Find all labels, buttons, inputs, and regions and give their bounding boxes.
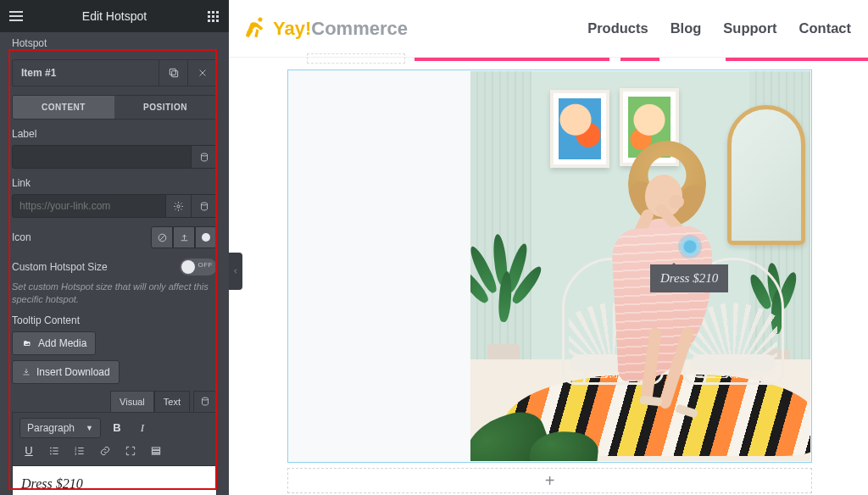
add-section-button[interactable]: + [287, 468, 812, 493]
svg-rect-14 [152, 450, 159, 452]
collapse-panel-button[interactable] [229, 253, 242, 290]
nav-link-support[interactable]: Support [723, 20, 776, 36]
section-guide [307, 53, 405, 64]
icon-upload-button[interactable] [173, 226, 195, 248]
link-input[interactable] [12, 194, 166, 218]
insert-download-button[interactable]: Insert Download [12, 360, 120, 384]
icon-library-button[interactable] [195, 226, 217, 248]
nav-link-blog[interactable]: Blog [670, 20, 702, 36]
editor-content-text: Dress $210 [21, 476, 83, 491]
svg-rect-13 [152, 448, 159, 449]
svg-rect-0 [171, 71, 177, 77]
numbered-list-button[interactable]: 123 [70, 442, 89, 460]
link-field-label: Link [12, 177, 217, 189]
panel-header: Edit Hotspot [0, 0, 229, 32]
svg-text:3: 3 [75, 452, 76, 455]
nav-underline-b [620, 58, 659, 61]
italic-button[interactable]: I [133, 419, 152, 437]
svg-point-2 [201, 153, 207, 156]
svg-point-16 [258, 17, 262, 21]
link-button[interactable] [96, 442, 114, 460]
site-top-nav: Yay!Commerce Products Blog Support Conta… [229, 0, 868, 58]
underline-button[interactable]: U [19, 442, 38, 460]
custom-size-helper: Set custom Hotspot size that will only a… [12, 281, 217, 306]
duplicate-icon[interactable] [159, 60, 187, 86]
logo-text-b: Commerce [311, 18, 408, 39]
edit-hotspot-panel: Edit Hotspot Hotspot Item #1 CONTENT POS… [0, 0, 229, 495]
logo-text-a: Yay! [273, 18, 311, 39]
tab-content[interactable]: CONTENT [13, 96, 114, 119]
tooltip-content-label: Tooltip Content [12, 314, 217, 326]
custom-size-toggle[interactable]: OFF [180, 259, 217, 275]
panel-body: Item #1 CONTENT POSITION Label Link [0, 59, 229, 495]
dynamic-tags-icon[interactable] [192, 145, 217, 169]
site-logo[interactable]: Yay!Commerce [241, 14, 408, 43]
svg-point-7 [50, 447, 52, 448]
bulleted-list-button[interactable] [45, 442, 64, 460]
svg-point-6 [203, 398, 209, 400]
nav-link-products[interactable]: Products [587, 20, 648, 36]
widgets-grid-icon[interactable] [197, 0, 229, 32]
item-name: Item #1 [13, 67, 159, 79]
tooltip-text: Dress $210 [660, 271, 718, 285]
svg-point-3 [177, 204, 180, 207]
icon-field-label: Icon [12, 231, 151, 243]
svg-point-9 [50, 453, 52, 454]
nav-link-contact[interactable]: Contact [799, 20, 851, 36]
menu-icon[interactable] [0, 0, 32, 32]
format-select-value: Paragraph [27, 422, 75, 434]
plus-icon: + [545, 471, 555, 491]
hotspot-tooltip: Dress $210 [650, 264, 728, 292]
add-media-button[interactable]: Add Media [12, 331, 96, 355]
repeater-item-header[interactable]: Item #1 [12, 59, 217, 86]
editor-body[interactable]: Dress $210 [12, 466, 217, 495]
nav-underline-c [726, 58, 868, 61]
svg-rect-15 [152, 453, 159, 454]
label-input[interactable] [12, 145, 192, 169]
item-tabs: CONTENT POSITION [12, 95, 217, 120]
nav-links: Products Blog Support Contact [587, 20, 851, 36]
link-options-icon[interactable] [166, 194, 192, 218]
panel-title: Edit Hotspot [32, 9, 197, 23]
editor-tab-text[interactable]: Text [154, 391, 190, 412]
svg-point-4 [201, 203, 207, 205]
fullscreen-button[interactable] [121, 442, 140, 460]
editor-tab-visual[interactable]: Visual [110, 391, 154, 412]
editor-dynamic-icon[interactable] [193, 391, 217, 412]
bold-button[interactable]: B [108, 419, 126, 437]
editor-toolbar: Paragraph▼ B I U 123 [12, 412, 217, 466]
custom-size-label: Custom Hotspot Size [12, 261, 180, 273]
toolbar-toggle-button[interactable] [147, 442, 165, 460]
label-field-label: Label [12, 128, 217, 140]
icon-none-button[interactable] [151, 226, 173, 248]
close-icon[interactable] [187, 60, 216, 86]
nav-underline-a [415, 58, 609, 61]
link-dynamic-icon[interactable] [192, 194, 217, 218]
section-label-hotspot: Hotspot [0, 32, 229, 54]
logo-icon [241, 14, 270, 43]
hotspot-marker[interactable] [681, 237, 699, 256]
format-select[interactable]: Paragraph▼ [19, 418, 101, 438]
insert-download-label: Insert Download [36, 366, 110, 378]
add-media-label: Add Media [38, 337, 86, 349]
hero-image: Dress $210 [470, 71, 810, 461]
svg-point-8 [50, 450, 52, 452]
svg-rect-1 [170, 69, 175, 75]
tab-position[interactable]: POSITION [114, 96, 216, 119]
